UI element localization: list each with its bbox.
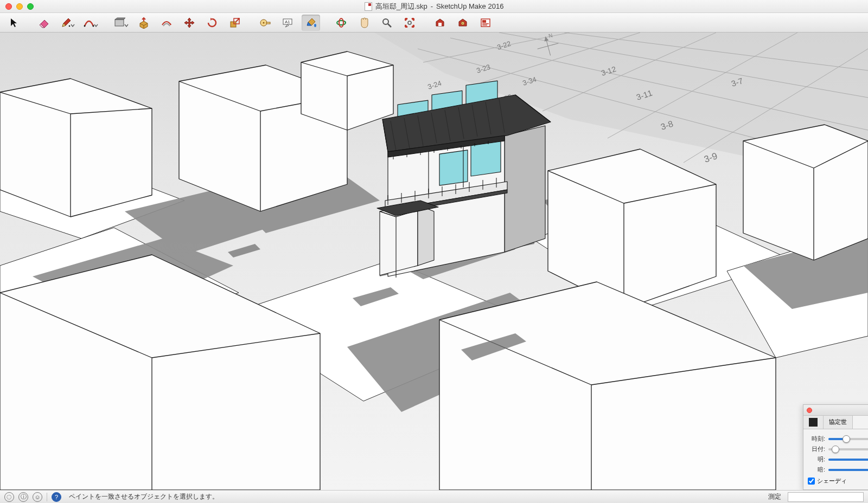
date-slider-row: 日付: 1 2 3 xyxy=(808,445,868,453)
svg-point-15 xyxy=(408,21,411,24)
paint-bucket-tool[interactable] xyxy=(302,15,320,31)
arc-tool[interactable] xyxy=(81,15,100,31)
zoom-extents-tool[interactable] xyxy=(400,15,419,31)
svg-rect-49 xyxy=(471,140,501,176)
warehouse-tool[interactable] xyxy=(431,15,449,31)
svg-rect-3 xyxy=(115,20,124,26)
shading-checkbox-row: シェーディ xyxy=(808,477,868,485)
svg-rect-7 xyxy=(266,22,270,24)
shadows-panel[interactable]: 協定世 時刻: 06:5 日付: 1 2 3 明: 暗: xyxy=(803,404,868,490)
document-icon xyxy=(365,2,372,11)
time-slider-row: 時刻: 06:5 xyxy=(808,435,868,443)
svg-point-8 xyxy=(263,22,265,23)
light-slider-row: 明: xyxy=(808,455,868,463)
svg-rect-21 xyxy=(482,23,489,24)
panel-close-button[interactable] xyxy=(807,408,812,413)
credits-icon[interactable]: ⓘ xyxy=(18,492,28,502)
text-tool[interactable]: A1 xyxy=(279,15,297,31)
layout-tool[interactable] xyxy=(476,15,495,31)
maximize-window-button[interactable] xyxy=(27,3,34,10)
svg-point-11 xyxy=(314,24,316,27)
app-name-text: SketchUp Make 2016 xyxy=(436,2,503,10)
svg-rect-22 xyxy=(482,24,487,25)
minimize-window-button[interactable] xyxy=(16,3,23,10)
geolocation-icon[interactable]: ◌ xyxy=(4,492,14,502)
model-viewport[interactable]: 3-22 3-23 3-24 3-34 3-35 3-12 3-11 3-8 3… xyxy=(0,33,868,490)
svg-point-13 xyxy=(339,18,343,27)
help-icon[interactable]: ? xyxy=(52,492,61,502)
date-label: 日付: xyxy=(808,445,825,453)
svg-point-12 xyxy=(337,21,346,25)
panel-tabs: 協定世 xyxy=(803,416,868,429)
select-tool[interactable] xyxy=(5,15,24,31)
svg-rect-20 xyxy=(482,20,486,23)
extensions-tool[interactable] xyxy=(454,15,472,31)
svg-point-14 xyxy=(383,19,388,24)
measure-label: 測定 xyxy=(768,492,781,501)
shading-checkbox[interactable] xyxy=(808,478,815,485)
svg-text:3-24: 3-24 xyxy=(426,79,442,91)
eraser-tool[interactable] xyxy=(36,15,54,31)
time-label: 時刻: xyxy=(808,435,825,443)
user-icon[interactable]: ☺ xyxy=(33,492,42,502)
line-tool[interactable] xyxy=(59,15,77,31)
pan-tool[interactable] xyxy=(355,15,373,31)
svg-point-1 xyxy=(84,25,86,27)
model-canvas: 3-22 3-23 3-24 3-34 3-35 3-12 3-11 3-8 3… xyxy=(0,33,868,490)
rectangle-tool[interactable] xyxy=(112,15,130,31)
move-tool[interactable] xyxy=(180,15,199,31)
svg-point-18 xyxy=(462,23,463,24)
close-window-button[interactable] xyxy=(5,3,12,10)
tape-measure-tool[interactable] xyxy=(256,15,275,31)
svg-rect-16 xyxy=(438,23,442,26)
title-bar: 高垣邸_周辺.skp - SketchUp Make 2016 xyxy=(0,0,868,13)
panel-titlebar[interactable] xyxy=(803,405,868,416)
svg-text:A1: A1 xyxy=(285,20,290,24)
rotate-tool[interactable] xyxy=(203,15,221,31)
panel-tab-shadow[interactable] xyxy=(803,416,824,429)
status-bar: ◌ ⓘ ☺ ? ペイントを一致させるオブジェクトを選択します。 測定 xyxy=(0,490,868,503)
dark-slider-row: 暗: xyxy=(808,466,868,474)
svg-point-0 xyxy=(69,25,71,27)
scale-tool[interactable] xyxy=(226,15,244,31)
filename-text: 高垣邸_周辺.skp xyxy=(375,2,427,11)
main-house xyxy=(377,81,551,278)
panel-tab-settings[interactable]: 協定世 xyxy=(824,416,853,429)
offset-tool[interactable] xyxy=(157,15,176,31)
shading-checkbox-label: シェーディ xyxy=(817,477,847,485)
measurement-input[interactable] xyxy=(788,492,864,502)
svg-text:3-9: 3-9 xyxy=(703,151,718,165)
dark-slider[interactable] xyxy=(828,469,868,471)
dark-label: 暗: xyxy=(808,466,825,474)
light-label: 明: xyxy=(808,455,825,463)
shadow-cube-icon xyxy=(809,418,818,427)
status-message: ペイントを一致させるオブジェクトを選択します。 xyxy=(69,492,219,501)
window-controls xyxy=(0,3,34,10)
time-slider[interactable] xyxy=(828,438,868,440)
svg-rect-4 xyxy=(231,22,236,27)
main-toolbar: A1 xyxy=(0,13,868,33)
window-title: 高垣邸_周辺.skp - SketchUp Make 2016 xyxy=(0,2,868,11)
date-slider[interactable] xyxy=(828,448,868,450)
push-pull-tool[interactable] xyxy=(135,15,153,31)
light-slider[interactable] xyxy=(828,459,868,461)
zoom-tool[interactable] xyxy=(378,15,396,31)
orbit-tool[interactable] xyxy=(332,15,350,31)
